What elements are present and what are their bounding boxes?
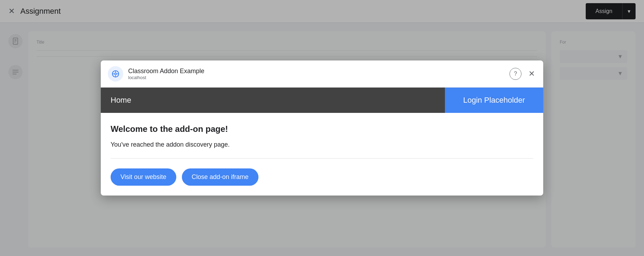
- svg-point-10: [115, 73, 116, 75]
- modal-body: Welcome to the add-on page! You've reach…: [101, 113, 543, 196]
- addon-logo: [108, 66, 123, 82]
- addon-modal: Classroom Addon Example localhost ? ✕ Ho…: [101, 60, 543, 196]
- modal-app-name: Classroom Addon Example: [128, 68, 505, 75]
- modal-navbar: Home Login Placeholder: [101, 88, 543, 113]
- modal-title-block: Classroom Addon Example localhost: [128, 68, 505, 80]
- modal-divider: [111, 158, 533, 159]
- modal-header: Classroom Addon Example localhost ? ✕: [101, 60, 543, 88]
- visit-website-button[interactable]: Visit our website: [111, 168, 176, 186]
- modal-close-button[interactable]: ✕: [527, 68, 536, 80]
- modal-action-buttons: Visit our website Close add-on iframe: [111, 168, 533, 186]
- modal-help-button[interactable]: ?: [510, 68, 521, 80]
- modal-header-actions: ? ✕: [510, 68, 536, 80]
- modal-app-sub: localhost: [128, 75, 505, 80]
- modal-overlay: Classroom Addon Example localhost ? ✕ Ho…: [0, 0, 644, 256]
- modal-welcome-heading: Welcome to the add-on page!: [111, 124, 533, 134]
- modal-nav-home[interactable]: Home: [101, 88, 445, 113]
- close-iframe-button[interactable]: Close add-on iframe: [182, 168, 258, 186]
- modal-description: You've reached the addon discovery page.: [111, 141, 533, 148]
- modal-nav-login[interactable]: Login Placeholder: [445, 88, 543, 113]
